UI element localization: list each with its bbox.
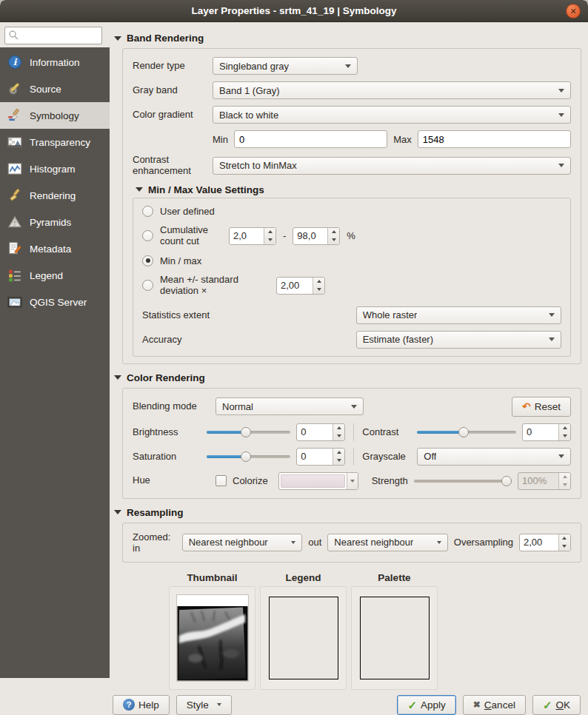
statistics-extent-label: Statistics extent (142, 309, 350, 320)
colorize-checkbox[interactable] (216, 475, 227, 486)
section-title: Min / Max Value Settings (148, 184, 264, 195)
palette-label: Palette (351, 572, 438, 583)
chevron-down-icon (347, 473, 358, 489)
sidebar-item-metadata[interactable]: Metadata (0, 235, 110, 262)
check-icon: ✓ (407, 699, 417, 711)
grayscale-select[interactable]: Off (417, 448, 571, 466)
sidebar-item-information[interactable]: i Information (0, 49, 110, 75)
cumulative-low-spin[interactable] (229, 227, 276, 245)
sidebar-item-label: Source (30, 84, 61, 95)
spin-down-icon[interactable] (264, 236, 275, 244)
spin-up-icon[interactable] (313, 278, 324, 286)
help-button[interactable]: ? Help (113, 695, 170, 715)
cumulative-count-cut-radio[interactable] (142, 230, 153, 241)
min-input[interactable] (234, 130, 387, 148)
mean-std-radio[interactable] (142, 280, 153, 291)
cancel-button[interactable]: ✖ Cancel (463, 695, 526, 715)
color-rendering-header[interactable]: Color Rendering (114, 372, 581, 383)
color-gradient-select[interactable]: Black to white (213, 106, 571, 124)
spin-up-icon[interactable] (328, 228, 339, 236)
slider-handle[interactable] (241, 452, 251, 462)
max-input[interactable] (418, 130, 571, 148)
minmax-settings-header[interactable]: Min / Max Value Settings (136, 184, 571, 195)
resampling-header[interactable]: Resampling (114, 507, 581, 518)
brightness-label: Brightness (133, 426, 201, 437)
close-icon[interactable]: ✕ (566, 4, 581, 19)
information-icon: i (7, 54, 23, 70)
zoomed-out-label: out (308, 537, 321, 548)
accuracy-select[interactable]: Estimate (faster) (356, 331, 561, 349)
apply-button[interactable]: ✓ Apply (397, 695, 455, 715)
mean-std-spin[interactable] (276, 277, 325, 295)
sidebar-item-label: Histogram (30, 164, 76, 175)
sidebar-item-label: Rendering (30, 190, 76, 201)
spin-up-icon[interactable] (559, 424, 570, 432)
ok-button[interactable]: ✓ OK (532, 695, 581, 715)
contrast-enhancement-select[interactable]: Stretch to MinMax (213, 157, 571, 175)
chevron-down-icon (437, 541, 441, 544)
spin-down-icon[interactable] (559, 432, 570, 440)
brightness-slider[interactable] (207, 426, 290, 439)
user-defined-radio[interactable] (142, 206, 153, 217)
spin-up-icon[interactable] (333, 424, 344, 432)
strength-label: Strength (372, 475, 408, 486)
dialog-button-bar: ? Help Style ✓ Apply ✖ Cancel ✓ (112, 690, 581, 715)
spin-up-icon[interactable] (264, 228, 275, 236)
spin-up-icon[interactable] (333, 449, 344, 457)
contrast-slider[interactable] (417, 426, 516, 439)
strength-spin[interactable] (518, 472, 571, 490)
reset-button[interactable]: ↶ Reset (512, 397, 571, 417)
color-rendering-frame: Blending mode Normal ↶ Reset Brightness (122, 388, 581, 499)
blending-mode-select[interactable]: Normal (216, 397, 364, 415)
chevron-down-icon (549, 313, 555, 317)
saturation-slider[interactable] (207, 450, 290, 463)
zoomed-out-select[interactable]: Nearest neighbour (327, 534, 447, 551)
spin-down-icon[interactable] (559, 543, 570, 551)
chevron-down-icon (217, 703, 221, 706)
spin-up-icon[interactable] (559, 534, 570, 543)
oversampling-spin[interactable] (519, 534, 571, 551)
style-button[interactable]: Style (176, 695, 232, 715)
accuracy-label: Accuracy (142, 334, 350, 345)
chevron-down-icon (558, 89, 564, 93)
zoomed-in-select[interactable]: Nearest neighbour (182, 534, 302, 551)
sidebar-item-symbology[interactable]: Symbology (0, 102, 110, 129)
colorize-label: Colorize (233, 475, 268, 486)
collapse-triangle-icon (114, 375, 121, 380)
statistics-extent-select[interactable]: Whole raster (356, 306, 561, 324)
percent-label: % (347, 230, 355, 241)
brightness-spin[interactable] (296, 423, 345, 441)
palette-box (360, 597, 430, 679)
render-type-select[interactable]: Singleband gray (213, 57, 358, 75)
hue-label: Hue (133, 475, 210, 486)
sidebar-item-rendering[interactable]: Rendering (0, 182, 110, 209)
sidebar-item-histogram[interactable]: Histogram (0, 155, 110, 182)
sidebar-item-transparency[interactable]: Transparency (0, 129, 110, 155)
colorize-color-button[interactable] (278, 472, 358, 490)
cumulative-high-spin[interactable] (293, 227, 340, 245)
spin-down-icon[interactable] (313, 286, 324, 294)
contrast-label: Contrast (362, 426, 411, 437)
collapse-triangle-icon (114, 36, 121, 41)
search-icon (8, 30, 19, 43)
sidebar-item-legend[interactable]: Legend (0, 262, 110, 289)
sidebar-item-pyramids[interactable]: Pyramids (0, 209, 110, 235)
strength-slider[interactable] (414, 474, 512, 488)
spin-down-icon[interactable] (333, 432, 344, 440)
saturation-spin[interactable] (296, 448, 345, 466)
chevron-down-icon (549, 338, 555, 341)
spin-down-icon[interactable] (333, 457, 344, 465)
min-max-radio[interactable] (142, 255, 153, 266)
slider-handle[interactable] (501, 476, 512, 486)
slider-handle[interactable] (241, 427, 251, 437)
mean-std-label: Mean +/- standard deviation × (160, 275, 270, 297)
gray-band-select[interactable]: Band 1 (Gray) (213, 81, 571, 99)
chevron-down-icon (558, 164, 564, 167)
sidebar-item-source[interactable]: Source (0, 75, 110, 102)
spin-down-icon[interactable] (328, 236, 339, 244)
band-rendering-header[interactable]: Band Rendering (114, 33, 581, 44)
sidebar-item-qgis-server[interactable]: QGIS Server (0, 289, 110, 315)
gray-band-label: Gray band (133, 85, 207, 96)
contrast-spin[interactable] (522, 423, 571, 441)
slider-handle[interactable] (458, 427, 469, 437)
